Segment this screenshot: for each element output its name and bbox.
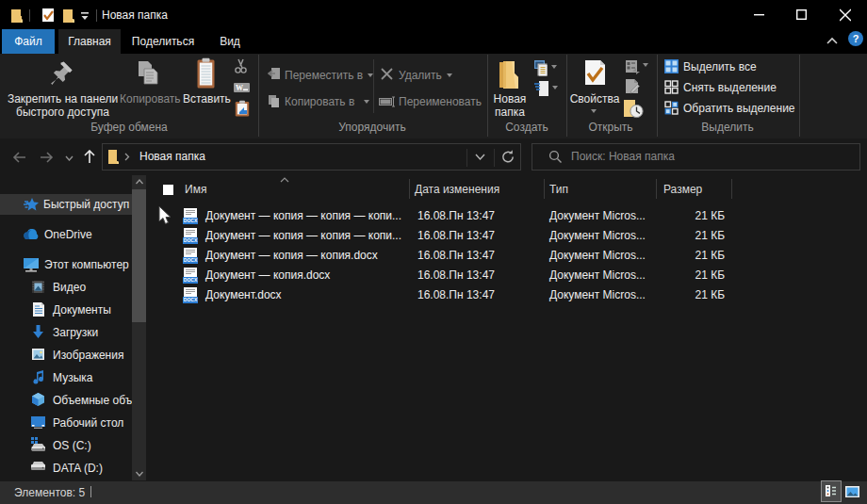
svg-text:?: ? [853,33,859,44]
svg-text:W: W [236,84,243,92]
